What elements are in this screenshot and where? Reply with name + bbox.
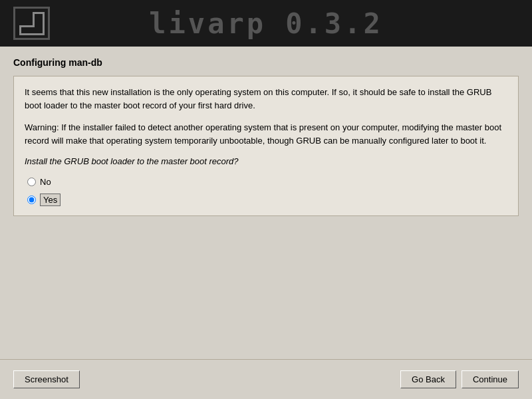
footer: Screenshot Go Back Continue [0,359,532,399]
screenshot-button[interactable]: Screenshot [13,370,80,388]
paragraph2: Warning: If the installer failed to dete… [25,121,507,147]
footer-right: Go Back Continue [400,370,519,388]
radio-yes[interactable]: Yes [27,194,507,206]
app-title: livarp 0.3.2 [50,7,482,40]
dialog-title: Configuring man-db [13,57,519,68]
grub-question: Install the GRUB boot loader to the mast… [25,156,507,166]
logo-inner [19,12,45,35]
continue-button[interactable]: Continue [462,370,519,388]
header: livarp 0.3.2 [0,0,532,47]
go-back-button[interactable]: Go Back [400,370,456,388]
radio-group: No Yes [25,177,507,206]
logo [13,7,50,40]
radio-yes-input[interactable] [27,196,36,204]
radio-yes-label: Yes [40,194,61,206]
paragraph1: It seems that this new installation is t… [25,86,507,112]
radio-no-input[interactable] [27,178,36,186]
radio-no-label: No [40,177,51,187]
dialog-box: It seems that this new installation is t… [13,76,519,216]
radio-no[interactable]: No [27,177,507,187]
main-content: Configuring man-db It seems that this ne… [0,47,532,359]
